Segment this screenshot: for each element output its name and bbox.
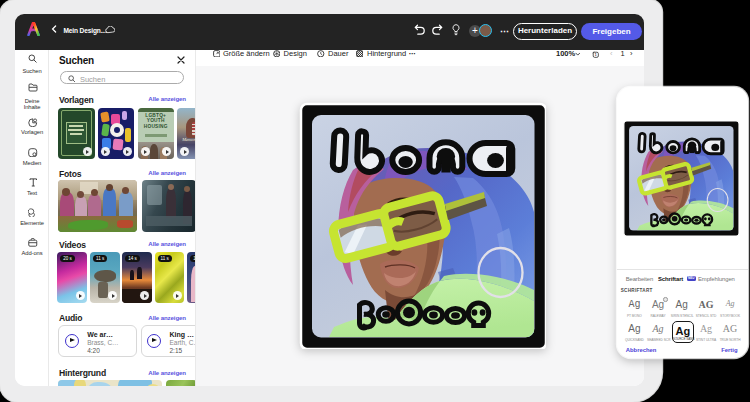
svg-text:1: 1	[594, 53, 596, 57]
